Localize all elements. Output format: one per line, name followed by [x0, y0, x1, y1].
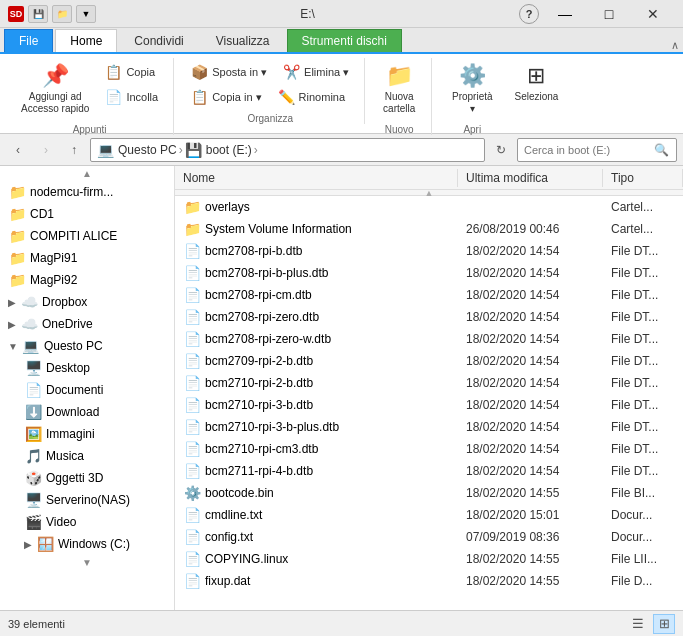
ribbon-btn-access[interactable]: 📌 Aggiungi adAccesso rapido [14, 58, 96, 120]
ribbon-btn-sposta[interactable]: 📦 Sposta in ▾ [184, 60, 274, 84]
up-button[interactable]: ↑ [62, 138, 86, 162]
ribbon-btn-incolla[interactable]: 📄 Incolla [98, 85, 165, 109]
sidebar-item-windows[interactable]: ▶ 🪟 Windows (C:) [16, 533, 174, 555]
file-name-label: bcm2710-rpi-3-b-plus.dtb [205, 420, 339, 434]
ribbon-collapse[interactable]: ∧ [671, 39, 679, 52]
tab-visualizza[interactable]: Visualizza [201, 29, 285, 52]
sidebar-item-video[interactable]: 🎬 Video [16, 511, 174, 533]
file-name-label: overlays [205, 200, 250, 214]
search-icon: 🔍 [654, 143, 669, 157]
table-row[interactable]: 📄 bcm2708-rpi-zero-w.dtb 18/02/2020 14:5… [175, 328, 683, 350]
table-row[interactable]: ⚙️ bootcode.bin 18/02/2020 14:55 File BI… [175, 482, 683, 504]
nuova-cartella-label: Nuovacartella [383, 91, 415, 115]
sidebar-item-compiti[interactable]: 📁 COMPITI ALICE [0, 225, 174, 247]
path-icon: 💻 [97, 142, 114, 158]
sidebar-item-musica[interactable]: 🎵 Musica [16, 445, 174, 467]
tab-condividi[interactable]: Condividi [119, 29, 198, 52]
file-date-cell: 18/02/2020 14:54 [458, 242, 603, 260]
table-row[interactable]: 📄 bcm2710-rpi-3-b.dtb 18/02/2020 14:54 F… [175, 394, 683, 416]
window-controls: — □ ✕ [543, 0, 675, 28]
sidebar-item-oggetti3d[interactable]: 🎲 Oggetti 3D [16, 467, 174, 489]
quick-dropdown[interactable]: ▼ [76, 5, 96, 23]
table-row[interactable]: 📄 bcm2710-rpi-2-b.dtb 18/02/2020 14:54 F… [175, 372, 683, 394]
sidebar-item-cd1[interactable]: 📁 CD1 [0, 203, 174, 225]
dtb-icon: 📄 [183, 265, 201, 281]
folder-icon: 📁 [8, 250, 26, 266]
grid-view-button[interactable]: ⊞ [653, 614, 675, 634]
address-path[interactable]: 💻 Questo PC › 💾 boot (E:) › [90, 138, 485, 162]
forward-button[interactable]: › [34, 138, 58, 162]
sidebar-item-magpi91[interactable]: 📁 MagPi91 [0, 247, 174, 269]
ribbon-btn-proprieta[interactable]: ⚙️ Proprietà ▾ [442, 58, 502, 120]
table-row[interactable]: 📄 cmdline.txt 18/02/2020 15:01 Docur... [175, 504, 683, 526]
table-row[interactable]: 📄 bcm2710-rpi-3-b-plus.dtb 18/02/2020 14… [175, 416, 683, 438]
path-sep-1: › [179, 143, 183, 157]
tab-home[interactable]: Home [55, 29, 117, 52]
file-date-cell: 18/02/2020 14:54 [458, 286, 603, 304]
sidebar-item-nodemcu[interactable]: 📁 nodemcu-firm... [0, 181, 174, 203]
col-header-type[interactable]: Tipo [603, 169, 683, 187]
ribbon-btn-elimina[interactable]: ✂️ Elimina ▾ [276, 60, 356, 84]
list-view-button[interactable]: ☰ [627, 614, 649, 634]
table-row[interactable]: 📁 overlays Cartel... [175, 196, 683, 218]
sidebar-item-documenti[interactable]: 📄 Documenti [16, 379, 174, 401]
sidebar: ▲ 📁 nodemcu-firm... 📁 CD1 📁 COMPITI ALIC… [0, 166, 175, 610]
quick-save[interactable]: 💾 [28, 5, 48, 23]
folder-icon: 📁 [8, 184, 26, 200]
tab-file[interactable]: File [4, 29, 53, 52]
help-button[interactable]: ? [519, 4, 539, 24]
table-row[interactable]: 📄 bcm2708-rpi-zero.dtb 18/02/2020 14:54 … [175, 306, 683, 328]
file-name-label: config.txt [205, 530, 253, 544]
sidebar-item-magpi92[interactable]: 📁 MagPi92 [0, 269, 174, 291]
table-row[interactable]: 📄 config.txt 07/09/2019 08:36 Docur... [175, 526, 683, 548]
back-button[interactable]: ‹ [6, 138, 30, 162]
file-type-cell: Cartel... [603, 198, 683, 216]
close-button[interactable]: ✕ [631, 0, 675, 28]
scroll-down[interactable]: ▼ [0, 555, 174, 570]
sidebar-label: Windows (C:) [58, 537, 166, 551]
search-input[interactable] [524, 144, 654, 156]
table-row[interactable]: 📄 COPYING.linux 18/02/2020 14:55 File LI… [175, 548, 683, 570]
sidebar-item-dropbox[interactable]: ▶ ☁️ Dropbox [0, 291, 174, 313]
quick-folder[interactable]: 📁 [52, 5, 72, 23]
minimize-button[interactable]: — [543, 0, 587, 28]
incolla-icon: 📄 [105, 89, 122, 105]
col-header-date[interactable]: Ultima modifica [458, 169, 603, 187]
ribbon-btn-nuova-cartella[interactable]: 📁 Nuovacartella [375, 58, 423, 120]
table-row[interactable]: 📄 bcm2708-rpi-cm.dtb 18/02/2020 14:54 Fi… [175, 284, 683, 306]
maximize-button[interactable]: □ [587, 0, 631, 28]
scroll-up[interactable]: ▲ [0, 166, 174, 181]
sidebar-label: Dropbox [42, 295, 166, 309]
objects3d-icon: 🎲 [24, 470, 42, 486]
sidebar-item-questo-pc[interactable]: ▼ 💻 Questo PC [0, 335, 174, 357]
dtb-icon: 📄 [183, 353, 201, 369]
table-row[interactable]: 📄 bcm2710-rpi-cm3.dtb 18/02/2020 14:54 F… [175, 438, 683, 460]
ribbon-btn-copia[interactable]: 📋 Copia [98, 60, 165, 84]
sidebar-label: Immagini [46, 427, 166, 441]
file-date-cell: 26/08/2019 00:46 [458, 220, 603, 238]
table-row[interactable]: 📄 bcm2711-rpi-4-b.dtb 18/02/2020 14:54 F… [175, 460, 683, 482]
file-name-cell: 📄 bcm2708-rpi-cm.dtb [175, 285, 458, 305]
table-row[interactable]: 📁 System Volume Information 26/08/2019 0… [175, 218, 683, 240]
ribbon-btn-copia-in[interactable]: 📋 Copia in ▾ [184, 85, 268, 109]
col-header-nome[interactable]: Nome [175, 169, 458, 187]
table-row[interactable]: 📄 bcm2708-rpi-b.dtb 18/02/2020 14:54 Fil… [175, 240, 683, 262]
onedrive-icon: ☁️ [20, 316, 38, 332]
tab-gestisci[interactable]: Strumenti dischi [287, 29, 402, 52]
sidebar-item-desktop[interactable]: 🖥️ Desktop [16, 357, 174, 379]
table-row[interactable]: 📄 fixup.dat 18/02/2020 14:55 File D... [175, 570, 683, 592]
table-row[interactable]: 📄 bcm2709-rpi-2-b.dtb 18/02/2020 14:54 F… [175, 350, 683, 372]
sidebar-item-immagini[interactable]: 🖼️ Immagini [16, 423, 174, 445]
file-name-label: System Volume Information [205, 222, 352, 236]
access-label: Aggiungi adAccesso rapido [21, 91, 89, 115]
sidebar-item-download[interactable]: ⬇️ Download [16, 401, 174, 423]
sidebar-item-serverino[interactable]: 🖥️ Serverino(NAS) [16, 489, 174, 511]
file-date-cell: 18/02/2020 15:01 [458, 506, 603, 524]
sidebar-item-onedrive[interactable]: ▶ ☁️ OneDrive [0, 313, 174, 335]
images-icon: 🖼️ [24, 426, 42, 442]
table-row[interactable]: 📄 bcm2708-rpi-b-plus.dtb 18/02/2020 14:5… [175, 262, 683, 284]
ribbon-group-appunti: 📌 Aggiungi adAccesso rapido 📋 Copia 📄 In… [6, 58, 174, 135]
refresh-button[interactable]: ↻ [489, 138, 513, 162]
ribbon-btn-rinomina[interactable]: ✏️ Rinomina [271, 85, 352, 109]
ribbon-btn-seleziona[interactable]: ⊞ Seleziona [507, 58, 565, 108]
